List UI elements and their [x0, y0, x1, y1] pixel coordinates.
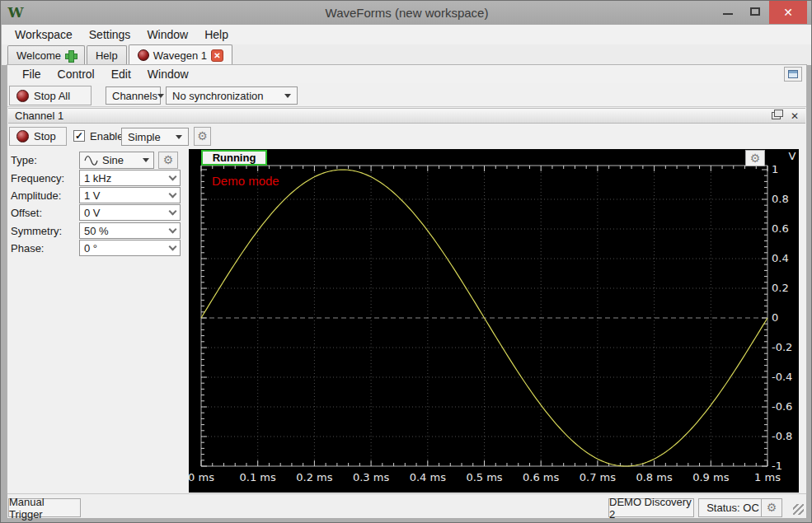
frequency-value: 1 kHz [84, 172, 111, 184]
channel-controls: Stop ✓ Enable Simple ⚙ [7, 124, 806, 147]
tab-wavegen-1[interactable]: Wavegen 1 ✕ [129, 44, 232, 65]
synchronization-dropdown[interactable]: No synchronization [166, 86, 298, 105]
restore-window-icon [788, 70, 798, 78]
waveform-chart: 0 ms0.1 ms0.2 ms0.3 ms0.4 ms0.5 ms0.6 ms… [189, 149, 799, 493]
maximize-button[interactable] [742, 1, 768, 23]
add-instrument-plus-icon[interactable] [65, 50, 76, 61]
offset-field[interactable]: 0 V [79, 204, 181, 221]
tab-welcome[interactable]: Welcome [7, 45, 85, 65]
menu-file[interactable]: File [14, 66, 49, 82]
type-label: Type: [11, 154, 37, 166]
channel-stop-label: Stop [34, 130, 56, 142]
combo-chevron-icon [169, 207, 177, 215]
stop-sphere-icon [16, 130, 29, 142]
float-panel-icon[interactable] [772, 112, 781, 119]
tab-bar: Welcome Help Wavegen 1 ✕ [2, 44, 812, 65]
svg-text:-0.2: -0.2 [772, 341, 792, 353]
amplitude-field[interactable]: 1 V [79, 187, 181, 203]
svg-text:1: 1 [772, 163, 778, 175]
status-button[interactable]: Status: OC [698, 498, 767, 517]
menu-window[interactable]: Window [138, 26, 196, 44]
combo-chevron-icon [169, 189, 177, 198]
enable-label: Enable [90, 130, 123, 142]
menu-window-2[interactable]: Window [139, 66, 197, 82]
offset-value: 0 V [84, 207, 101, 219]
demo-mode-label: Demo mode [212, 174, 279, 188]
window-title: WaveForms (new workspace) [1, 1, 812, 25]
symmetry-label: Symmetry: [11, 225, 62, 237]
manual-trigger-label: Manual Trigger [9, 496, 80, 521]
tab-help-label: Help [96, 49, 118, 62]
gear-icon: ⚙ [767, 501, 777, 514]
param-row-phase: Phase: 0 ° [7, 240, 189, 257]
amplitude-value: 1 V [84, 189, 101, 202]
device-label: DEMO Discovery 2 [609, 496, 693, 521]
channel-1-header[interactable]: Channel 1 ✕ [8, 108, 805, 124]
mode-dropdown[interactable]: Simple [121, 128, 189, 146]
svg-text:-0.8: -0.8 [772, 430, 792, 442]
enable-checkbox[interactable]: ✓ [73, 130, 85, 142]
param-row-symmetry: Symmetry: 50 % [7, 222, 189, 240]
phase-label: Phase: [11, 242, 44, 254]
channels-label: Channels [112, 90, 157, 102]
svg-text:0.1 ms: 0.1 ms [240, 471, 276, 483]
resize-grip[interactable] [793, 504, 804, 515]
svg-text:0.2: 0.2 [772, 282, 789, 294]
frequency-field[interactable]: 1 kHz [79, 170, 181, 186]
tab-welcome-label: Welcome [16, 49, 61, 62]
type-dropdown[interactable]: Sine [79, 152, 154, 169]
svg-text:-1: -1 [772, 460, 782, 472]
status-badge: Running [201, 150, 267, 166]
amplitude-label: Amplitude: [11, 189, 61, 202]
sine-wave-icon [84, 156, 98, 166]
param-row-offset: Offset: 0 V [7, 204, 189, 222]
svg-text:-0.6: -0.6 [772, 400, 792, 413]
offset-label: Offset: [11, 207, 42, 219]
phase-field[interactable]: 0 ° [79, 240, 181, 256]
channel-stop-button[interactable]: Stop [9, 127, 67, 146]
panel-close-icon[interactable]: ✕ [791, 111, 799, 121]
manual-trigger-button[interactable]: Manual Trigger [8, 498, 81, 517]
tab-close-icon[interactable]: ✕ [211, 49, 223, 62]
svg-text:0.8 ms: 0.8 ms [636, 471, 672, 483]
symmetry-field[interactable]: 50 % [79, 222, 181, 239]
svg-text:0: 0 [772, 311, 778, 324]
wavegen-menubar: File Control Edit Window [7, 65, 806, 83]
minimize-button[interactable] [715, 1, 741, 23]
wavegen-toolbar: Stop All Channels No synchronization [7, 83, 806, 107]
close-button[interactable]: ✕ [769, 1, 807, 24]
svg-text:0.8: 0.8 [772, 193, 789, 205]
svg-text:0.5 ms: 0.5 ms [466, 471, 502, 483]
type-settings-button[interactable]: ⚙ [158, 152, 178, 169]
svg-text:0 ms: 0 ms [189, 471, 214, 483]
menu-settings[interactable]: Settings [81, 26, 139, 44]
menu-edit[interactable]: Edit [103, 66, 139, 82]
device-settings-button[interactable]: ⚙ [761, 498, 782, 517]
dropdown-arrow-icon [284, 94, 291, 98]
combo-chevron-icon [169, 172, 177, 180]
combo-chevron-icon [169, 225, 177, 233]
menu-control[interactable]: Control [49, 66, 103, 82]
status-bar: Manual Trigger DEMO Discovery 2 Status: … [7, 493, 806, 518]
tab-help[interactable]: Help [87, 45, 127, 65]
wavegen-sphere-icon [138, 49, 149, 61]
status-label: Status: OC [706, 502, 759, 514]
frequency-label: Frequency: [11, 172, 64, 184]
menu-help[interactable]: Help [196, 26, 237, 44]
param-row-frequency: Frequency: 1 kHz [7, 170, 189, 187]
stop-all-button[interactable]: Stop All [9, 86, 92, 105]
gear-icon: ⚙ [197, 129, 208, 142]
channels-dropdown[interactable]: Channels [106, 86, 161, 105]
stop-sphere-icon [16, 90, 29, 102]
device-button[interactable]: DEMO Discovery 2 [608, 498, 694, 517]
menu-workspace[interactable]: Workspace [7, 26, 81, 44]
plot-settings-button[interactable]: ⚙ [745, 150, 765, 166]
waveform-plot[interactable]: 0 ms0.1 ms0.2 ms0.3 ms0.4 ms0.5 ms0.6 ms… [189, 149, 799, 493]
dropdown-arrow-icon [143, 158, 149, 162]
undock-window-button[interactable] [784, 67, 802, 82]
svg-text:0.2 ms: 0.2 ms [296, 471, 332, 483]
svg-text:1 ms: 1 ms [754, 471, 781, 483]
channel-settings-button[interactable]: ⚙ [194, 127, 211, 146]
param-row-amplitude: Amplitude: 1 V [7, 187, 189, 204]
synchronization-label: No synchronization [172, 90, 264, 102]
